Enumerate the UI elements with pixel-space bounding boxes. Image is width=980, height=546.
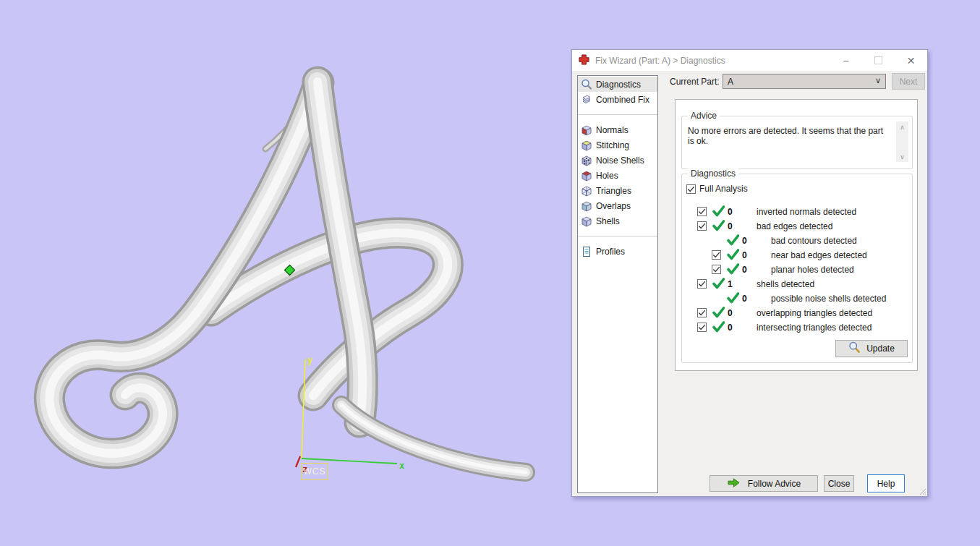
dialog-titlebar[interactable]: Fix Wizard (Part: A) > Diagnostics – ✕: [572, 50, 927, 71]
diagnostic-count: 0: [728, 308, 733, 318]
follow-advice-button[interactable]: Follow Advice: [710, 475, 818, 492]
sidebar-item-stitching[interactable]: Stitching: [578, 137, 657, 153]
fix-wizard-dialog: Fix Wizard (Part: A) > Diagnostics – ✕ D…: [571, 49, 928, 497]
sidebar-item-label: Diagnostics: [596, 80, 641, 90]
cube-stitching-icon: [581, 140, 592, 151]
diagnostic-count: 0: [742, 294, 747, 304]
minimize-button[interactable]: –: [830, 50, 862, 71]
sidebar-item-label: Profiles: [596, 247, 625, 257]
cube-shells-icon: [581, 216, 592, 227]
advice-group-label: Advice: [688, 111, 720, 121]
diagnostic-row: 1shells detected: [682, 277, 912, 291]
sidebar-item-diagnostics[interactable]: Diagnostics: [578, 77, 657, 92]
dialog-title: Fix Wizard (Part: A) > Diagnostics: [595, 56, 725, 66]
advice-groupbox: Advice No more errors are detected. It s…: [681, 116, 913, 169]
sidebar-item-triangles[interactable]: Triangles: [578, 183, 657, 198]
sidebar-item-label: Shells: [596, 216, 620, 226]
diagnostics-group-label: Diagnostics: [688, 169, 738, 179]
diagnostics-groupbox: Diagnostics Full Analysis 0inverted norm…: [681, 174, 913, 363]
sidebar-separator: [578, 107, 657, 122]
sidebar-item-shells[interactable]: Shells: [578, 213, 657, 229]
magnifier-icon: [581, 79, 592, 90]
diagnostic-count: 0: [728, 221, 733, 231]
diagnostic-label: possible noise shells detected: [771, 294, 886, 304]
diagnostic-label: overlapping triangles detected: [757, 308, 872, 318]
next-button[interactable]: Next: [892, 73, 925, 90]
diagnostic-count: 0: [742, 265, 747, 275]
green-check-icon: [727, 234, 739, 248]
full-analysis-label: Full Analysis: [699, 184, 748, 194]
current-part-label: Current Part:: [670, 77, 720, 87]
diagnostic-checkbox[interactable]: [697, 323, 707, 332]
cube-noise-icon: [581, 155, 592, 166]
sidebar-item-label: Combined Fix: [596, 95, 649, 105]
scroll-up-icon[interactable]: ∧: [900, 121, 905, 132]
diagnostic-checkbox[interactable]: [697, 207, 707, 216]
current-part-dropdown[interactable]: A ∨: [723, 74, 886, 89]
green-check-icon: [727, 292, 739, 306]
diagnostic-row: 0planar holes detected: [682, 263, 912, 277]
scroll-down-icon[interactable]: ∨: [900, 151, 905, 162]
full-analysis-checkbox[interactable]: [686, 184, 696, 194]
diagnostics-panel: Advice No more errors are detected. It s…: [675, 99, 918, 371]
axis-z: [296, 456, 300, 467]
maximize-icon: [874, 56, 882, 64]
diagnostic-label: intersecting triangles detected: [757, 323, 872, 333]
sidebar-item-label: Triangles: [596, 186, 631, 196]
current-part-value: A: [728, 77, 733, 87]
axis-x-label: x: [399, 461, 404, 471]
diagnostic-row: 0bad contours detected: [682, 234, 912, 248]
diagnostic-label: bad edges detected: [757, 221, 832, 231]
sidebar-item-label: Stitching: [596, 140, 629, 150]
cube-holes-icon: [581, 170, 592, 182]
green-check-icon: [712, 321, 725, 335]
sidebar-item-overlaps[interactable]: Overlaps: [578, 198, 657, 213]
update-label: Update: [866, 344, 895, 354]
diagnostic-checkbox[interactable]: [697, 279, 707, 289]
green-check-icon: [712, 307, 725, 320]
green-check-icon: [727, 263, 739, 277]
green-check-icon: [712, 220, 725, 234]
sidebar-separator: [578, 229, 657, 244]
sidebar-item-normals[interactable]: Normals: [578, 122, 657, 137]
sidebar-item-label: Normals: [596, 125, 629, 135]
diagnostic-checkbox[interactable]: [712, 250, 721, 260]
maximize-button[interactable]: [862, 50, 895, 71]
diagnostic-row: 0inverted normals detected: [682, 205, 912, 219]
sidebar-item-profiles[interactable]: Profiles: [578, 244, 657, 259]
diagnostic-label: planar holes detected: [771, 265, 854, 275]
green-check-icon: [712, 205, 725, 219]
full-analysis-checkbox-row[interactable]: Full Analysis: [686, 184, 748, 194]
follow-advice-label: Follow Advice: [748, 479, 801, 489]
sidebar-item-holes[interactable]: Holes: [578, 168, 657, 183]
close-button[interactable]: Close: [824, 475, 854, 492]
green-arrow-icon: [727, 477, 741, 490]
sidebar-item-label: Noise Shells: [596, 155, 644, 166]
layers-icon: [581, 94, 592, 106]
advice-scrollbar[interactable]: ∧ ∨: [896, 121, 908, 162]
close-window-button[interactable]: ✕: [895, 50, 927, 71]
diagnostic-checkbox[interactable]: [697, 308, 707, 317]
diagnostic-checkbox[interactable]: [712, 265, 721, 274]
diagnostic-row: 0near bad edges detected: [682, 248, 912, 263]
diagnostic-label: near bad edges detected: [771, 250, 867, 260]
resize-grip[interactable]: [917, 486, 926, 495]
help-button[interactable]: Help: [867, 474, 905, 492]
wizard-sidebar: DiagnosticsCombined FixNormalsStitchingN…: [577, 75, 658, 493]
magnifier-icon: [848, 341, 861, 356]
cube-triangles-icon: [581, 185, 592, 197]
advice-text: No more errors are detected. It seems th…: [688, 126, 889, 146]
diagnostic-checkbox[interactable]: [697, 221, 707, 231]
diagnostic-count: 0: [728, 207, 733, 217]
diagnostic-count: 1: [728, 279, 733, 289]
green-check-icon: [712, 278, 725, 291]
sidebar-item-noise-shells[interactable]: Noise Shells: [578, 153, 657, 168]
diagnostic-label: inverted normals detected: [757, 207, 856, 217]
cube-normals-icon: [581, 124, 592, 136]
chevron-down-icon: ∨: [875, 76, 881, 85]
red-cross-icon: [579, 54, 589, 67]
sidebar-item-combined-fix[interactable]: Combined Fix: [578, 92, 657, 107]
update-button[interactable]: Update: [835, 340, 908, 357]
document-icon: [581, 246, 592, 257]
diagnostic-row: 0possible noise shells detected: [682, 291, 912, 306]
